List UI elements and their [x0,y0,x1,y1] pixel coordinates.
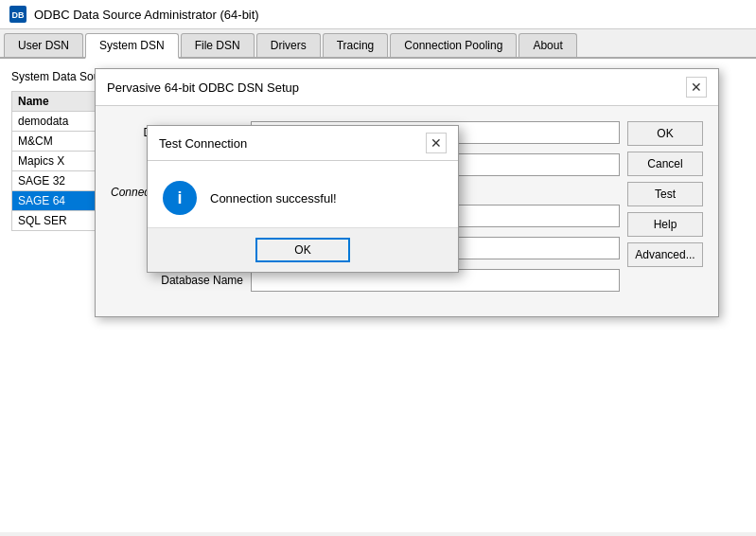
advanced-button[interactable]: Advanced... [627,242,703,267]
window-title: ODBC Data Source Administrator (64-bit) [34,8,259,22]
tab-file-dsn[interactable]: File DSN [181,33,255,57]
help-button[interactable]: Help [627,212,703,237]
dsn-dialog-buttons: OK Cancel Test Help Advanced... [627,121,703,267]
info-icon: i [163,181,197,215]
tab-bar: User DSN System DSN File DSN Drivers Tra… [0,29,756,59]
connection-success-message: Connection successful! [210,191,337,205]
test-ok-button[interactable]: OK [255,238,350,262]
test-dialog-body: i Connection successful! [148,161,458,227]
tab-user-dsn[interactable]: User DSN [4,33,83,57]
test-dialog-title: Test Connection [159,136,247,151]
cancel-button[interactable]: Cancel [627,152,703,176]
dsn-dialog-close-button[interactable]: ✕ [686,77,707,98]
test-button[interactable]: Test [627,182,703,206]
tab-system-dsn[interactable]: System DSN [85,33,179,59]
title-bar: DB ODBC Data Source Administrator (64-bi… [0,0,756,29]
svg-text:DB: DB [12,10,25,20]
tab-drivers[interactable]: Drivers [256,33,321,57]
dsn-dialog-title: Pervasive 64-bit ODBC DSN Setup [107,80,299,95]
odbc-icon: DB [9,6,26,23]
tab-tracing[interactable]: Tracing [323,33,389,57]
tab-about[interactable]: About [519,33,576,57]
test-dialog-close-button[interactable]: ✕ [426,133,447,153]
test-connection-dialog: Test Connection ✕ i Connection successfu… [147,125,459,273]
dsn-dialog-title-bar: Pervasive 64-bit ODBC DSN Setup ✕ [96,69,718,106]
main-content: System Data Sources: Name Driver demodat… [0,59,756,532]
ok-button[interactable]: OK [627,121,703,146]
tab-connection-pooling[interactable]: Connection Pooling [390,33,517,57]
test-dialog-footer: OK [148,227,458,272]
test-dialog-title-bar: Test Connection ✕ [148,126,458,161]
database-name-label: Database Name [111,274,243,287]
